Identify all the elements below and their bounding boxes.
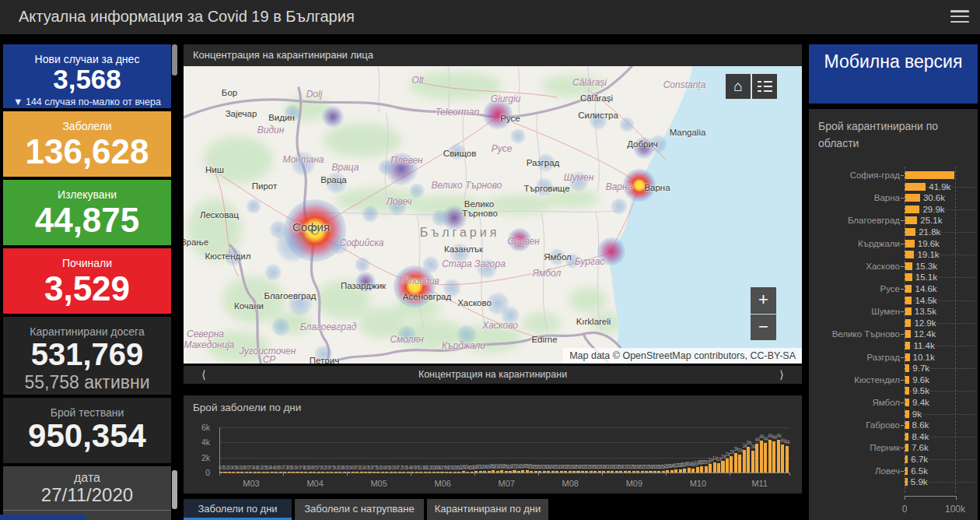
daily-bar[interactable] <box>624 471 627 473</box>
daily-bar[interactable] <box>547 471 550 473</box>
daily-bar[interactable] <box>777 440 780 473</box>
daily-bar[interactable] <box>505 471 508 473</box>
daily-bar[interactable] <box>436 472 439 473</box>
region-bar[interactable] <box>905 183 926 191</box>
daily-bar[interactable] <box>509 471 512 473</box>
daily-bar[interactable] <box>705 466 708 473</box>
daily-bar[interactable] <box>360 472 363 473</box>
daily-bar[interactable] <box>564 471 567 473</box>
daily-bar[interactable] <box>521 470 524 473</box>
daily-bar[interactable] <box>376 472 380 473</box>
daily-bar[interactable] <box>257 472 261 473</box>
daily-bar[interactable] <box>449 472 452 473</box>
daily-bar[interactable] <box>560 471 563 473</box>
daily-bar[interactable] <box>496 471 499 473</box>
daily-bar[interactable] <box>424 472 427 473</box>
daily-bar[interactable] <box>611 471 614 473</box>
map-zoom-out-button[interactable]: − <box>751 314 776 340</box>
daily-bar[interactable] <box>428 472 431 473</box>
region-bar[interactable] <box>905 307 912 315</box>
map-zoom-in-button[interactable]: + <box>751 287 776 314</box>
daily-bar[interactable] <box>526 470 529 473</box>
daily-bar[interactable] <box>398 472 401 473</box>
daily-bar[interactable] <box>364 472 367 473</box>
daily-bar[interactable] <box>738 455 741 473</box>
daily-bar[interactable] <box>373 472 376 473</box>
daily-bar[interactable] <box>240 472 243 473</box>
daily-bar[interactable] <box>551 471 555 473</box>
daily-bar[interactable] <box>500 470 503 473</box>
daily-bar[interactable] <box>683 469 686 473</box>
daily-bar[interactable] <box>321 472 324 473</box>
daily-bar[interactable] <box>755 444 758 473</box>
daily-bar[interactable] <box>734 453 737 473</box>
region-bar[interactable] <box>905 262 912 270</box>
daily-bar[interactable] <box>368 472 371 473</box>
daily-bar[interactable] <box>670 470 674 473</box>
daily-bar[interactable] <box>576 471 579 473</box>
daily-bar[interactable] <box>381 472 384 473</box>
daily-bar[interactable] <box>300 472 303 473</box>
region-bar[interactable] <box>905 216 917 224</box>
daily-bar[interactable] <box>747 447 750 473</box>
daily-bar[interactable] <box>432 472 436 473</box>
daily-bar[interactable] <box>581 471 584 473</box>
daily-bar[interactable] <box>245 472 248 473</box>
daily-bar[interactable] <box>445 472 448 473</box>
tab-daily-quarantined[interactable]: Карантинирани по дни <box>427 499 548 520</box>
daily-bar[interactable] <box>721 461 724 473</box>
daily-bar[interactable] <box>292 472 295 473</box>
region-bar[interactable] <box>905 319 911 327</box>
daily-bar[interactable] <box>700 466 703 473</box>
daily-bar[interactable] <box>275 472 278 473</box>
daily-bar[interactable] <box>530 471 533 473</box>
daily-bar[interactable] <box>479 471 482 473</box>
daily-bar[interactable] <box>713 462 716 473</box>
daily-bar[interactable] <box>453 472 457 473</box>
daily-bar[interactable] <box>688 468 691 473</box>
daily-bar[interactable] <box>696 467 699 473</box>
mobile-version-link[interactable]: Мобилна версия <box>809 44 978 104</box>
tab-daily-cases[interactable]: Заболели по дни <box>184 499 292 520</box>
daily-bar[interactable] <box>313 472 316 473</box>
daily-bar[interactable] <box>254 472 257 473</box>
daily-bar[interactable] <box>636 471 639 473</box>
daily-bar[interactable] <box>338 472 341 473</box>
daily-bar[interactable] <box>645 471 648 473</box>
daily-bar[interactable] <box>288 472 291 473</box>
daily-bar[interactable] <box>768 440 772 473</box>
date-card-scrollbar-thumb[interactable] <box>172 470 177 509</box>
region-bar[interactable] <box>905 194 920 202</box>
daily-bar[interactable] <box>513 470 516 473</box>
region-bar[interactable] <box>905 342 910 350</box>
region-bar[interactable] <box>905 330 911 338</box>
daily-bar[interactable] <box>296 472 299 473</box>
hamburger-menu-icon[interactable] <box>950 10 969 24</box>
daily-bar[interactable] <box>679 469 682 473</box>
daily-bar[interactable] <box>394 472 397 473</box>
daily-bar[interactable] <box>590 471 593 473</box>
map-canvas[interactable]: БорЗајечарВидинНишПиротЛесковацВрањеКоча… <box>184 66 802 364</box>
daily-bar[interactable] <box>236 472 240 473</box>
region-bar[interactable] <box>905 228 915 236</box>
daily-bar[interactable] <box>271 472 274 473</box>
daily-bar[interactable] <box>674 469 677 473</box>
daily-bar[interactable] <box>662 471 665 473</box>
daily-bar[interactable] <box>466 472 469 473</box>
daily-bar[interactable] <box>615 471 618 473</box>
daily-bar[interactable] <box>653 471 656 473</box>
daily-bar[interactable] <box>517 471 520 473</box>
daily-bar[interactable] <box>709 464 712 473</box>
daily-bar[interactable] <box>488 471 491 473</box>
daily-bar[interactable] <box>760 441 763 473</box>
region-bar[interactable] <box>905 251 914 258</box>
daily-bar[interactable] <box>751 451 754 473</box>
region-bar[interactable] <box>905 285 912 293</box>
daily-bar[interactable] <box>572 471 576 473</box>
map-attribution[interactable]: Map data © OpenStreetMap contributors, C… <box>563 348 802 364</box>
daily-bar[interactable] <box>223 472 226 473</box>
daily-bar[interactable] <box>641 471 644 473</box>
daily-bar[interactable] <box>279 472 282 473</box>
daily-bar[interactable] <box>262 472 265 473</box>
daily-bar[interactable] <box>569 471 572 473</box>
